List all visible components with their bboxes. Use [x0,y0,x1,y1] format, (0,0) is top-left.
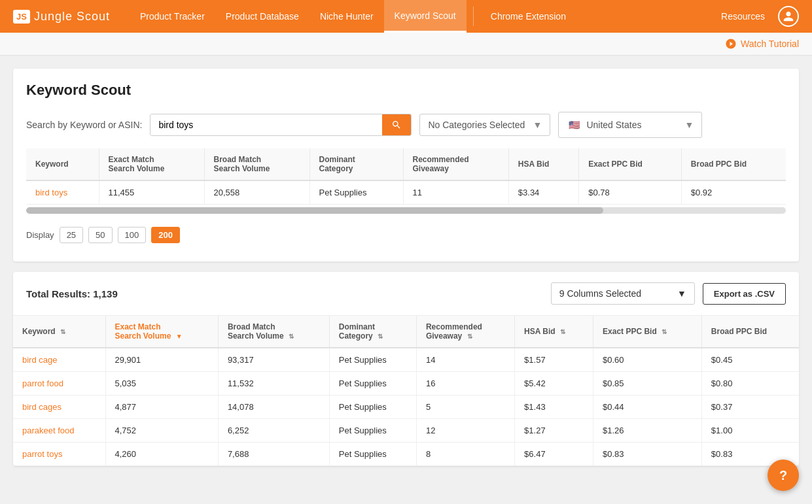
res-col-exact[interactable]: Exact MatchSearch Volume ▼ [105,316,218,348]
res-col-hsa[interactable]: HSA Bid ⇅ [515,316,593,348]
col-hsa-bid: HSA Bid [508,148,578,180]
result-exact-ppc: $0.78 [579,180,682,205]
watch-tutorial-link[interactable]: Watch Tutorial [725,38,799,50]
result-row-exact: 4,752 [105,419,218,443]
display-50[interactable]: 50 [88,227,112,243]
flag-icon: 🇺🇸 [567,118,581,132]
watch-tutorial-label: Watch Tutorial [741,39,799,49]
result-row-keyword[interactable]: bird cage [13,348,105,372]
search-card: Keyword Scout Search by Keyword or ASIN:… [13,69,799,261]
result-row-giveaway: 14 [416,348,514,372]
result-row-exact: 4,260 [105,443,218,466]
hsa-sort-icon: ⇅ [560,328,565,335]
col-exact-ppc: Exact PPC Bid [579,148,682,180]
result-row-exact: 4,877 [105,395,218,419]
result-row-giveaway: 8 [416,443,514,466]
search-results-table-wrap: Keyword Exact MatchSearch Volume Broad M… [26,148,786,205]
page-title: Keyword Scout [26,82,786,99]
nav-product-tracker[interactable]: Product Tracker [130,0,215,33]
nav-keyword-scout[interactable]: Keyword Scout [384,0,467,33]
result-row-hsa: $5.42 [515,372,593,395]
col-dominant-cat: DominantCategory [309,148,403,180]
result-row-hsa: $1.57 [515,348,593,372]
col-broad-ppc: Broad PPC Bid [681,148,786,180]
result-row-keyword[interactable]: bird cages [13,395,105,419]
result-row-exact-ppc: $1.26 [593,419,702,443]
result-row-giveaway: 12 [416,419,514,443]
columns-select[interactable]: 9 Columns Selected ▼ [551,282,695,305]
category-select-text: No Categories Selected [428,120,525,130]
subheader: Watch Tutorial [0,33,812,56]
results-count: Total Results: 1,139 [26,288,118,299]
display-100[interactable]: 100 [118,227,147,243]
result-row-exact-ppc: $0.83 [593,443,702,466]
keyword-sort-icon: ⇅ [60,328,65,335]
result-row-keyword[interactable]: parrot food [13,372,105,395]
logo-js-badge: JS [13,10,30,24]
giveaway-sort-icon: ⇅ [467,333,472,340]
result-row-hsa: $1.43 [515,395,593,419]
exact-ppc-sort-icon: ⇅ [662,328,667,335]
search-row: Search by Keyword or ASIN: No Categories… [26,112,786,138]
navbar: JS Jungle Scout Product Tracker Product … [0,0,812,33]
result-row-exact-ppc: $0.60 [593,348,702,372]
results-table-row: parakeet food 4,752 6,252 Pet Supplies 1… [13,419,799,443]
user-avatar[interactable] [778,6,799,27]
nav-resources[interactable]: Resources [721,11,765,22]
display-200[interactable]: 200 [151,227,180,243]
display-row: Display 25 50 100 200 [26,222,786,248]
country-chevron-icon: ▼ [685,120,694,130]
result-row-keyword[interactable]: parakeet food [13,419,105,443]
search-button[interactable] [382,114,411,135]
result-hsa: $3.34 [508,180,578,205]
columns-selected-text: 9 Columns Selected [559,288,641,299]
result-row-exact: 29,901 [105,348,218,372]
search-results-area: Keyword Exact MatchSearch Volume Broad M… [26,148,786,214]
horizontal-scrollbar[interactable] [26,207,786,214]
result-row-hsa: $6.47 [515,443,593,466]
export-csv-button[interactable]: Export as .CSV [703,283,786,305]
result-row-exact-ppc: $0.85 [593,372,702,395]
search-result-row: bird toys 11,455 20,558 Pet Supplies 11 … [26,180,786,205]
broad-sort-icon: ⇅ [289,333,294,340]
result-row-broad: 11,532 [218,372,329,395]
res-col-broad[interactable]: Broad MatchSearch Volume ⇅ [218,316,329,348]
results-table-wrap: Keyword ⇅ Exact MatchSearch Volume ▼ Bro… [13,316,799,466]
result-row-broad: 7,688 [218,443,329,466]
logo-name: Jungle Scout [34,10,110,24]
res-col-dom-cat[interactable]: DominantCategory ⇅ [329,316,416,348]
result-exact: 11,455 [99,180,204,205]
result-row-broad-ppc: $0.45 [701,348,799,372]
nav-divider [473,7,474,26]
country-select[interactable]: 🇺🇸 United States ▼ [558,112,702,138]
category-select[interactable]: No Categories Selected ▼ [419,114,550,136]
nav-chrome-extension[interactable]: Chrome Extension [480,0,576,33]
results-table-row: bird cages 4,877 14,078 Pet Supplies 5 $… [13,395,799,419]
nav-product-database[interactable]: Product Database [215,0,309,33]
col-keyword: Keyword [26,148,99,180]
columns-chevron-icon: ▼ [677,288,686,299]
result-keyword[interactable]: bird toys [26,180,99,205]
exact-sort-icon: ▼ [176,333,183,340]
results-table-row: parrot food 5,035 11,532 Pet Supplies 16… [13,372,799,395]
chevron-down-icon: ▼ [533,120,542,130]
res-col-exact-ppc[interactable]: Exact PPC Bid ⇅ [593,316,702,348]
display-25[interactable]: 25 [60,227,83,243]
main-content: Keyword Scout Search by Keyword or ASIN:… [0,56,812,479]
brand-logo[interactable]: JS Jungle Scout [13,10,110,24]
result-row-broad-ppc: $0.80 [701,372,799,395]
result-row-broad: 93,317 [218,348,329,372]
display-label: Display [26,230,54,240]
res-col-giveaway[interactable]: RecommendedGiveaway ⇅ [416,316,514,348]
nav-niche-hunter[interactable]: Niche Hunter [309,0,384,33]
country-select-text: United States [586,120,641,130]
result-row-keyword[interactable]: parrot toys [13,443,105,466]
search-input[interactable] [150,114,382,135]
result-giveaway: 11 [403,180,508,205]
result-row-exact-ppc: $0.44 [593,395,702,419]
result-row-category: Pet Supplies [329,372,416,395]
domcat-sort-icon: ⇅ [378,333,383,340]
res-col-keyword[interactable]: Keyword ⇅ [13,316,105,348]
result-row-exact: 5,035 [105,372,218,395]
res-col-broad-ppc[interactable]: Broad PPC Bid [701,316,799,348]
